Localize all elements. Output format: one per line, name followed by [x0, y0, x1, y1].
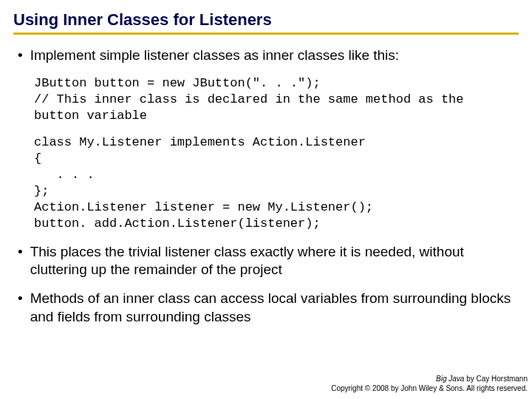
footer: Big Java by Cay Horstmann Copyright © 20…: [331, 374, 528, 393]
footer-line-1: Big Java by Cay Horstmann: [331, 374, 528, 383]
bullet-item: • Methods of an inner class can access l…: [13, 290, 519, 326]
bullet-dot: •: [18, 47, 23, 65]
bullet-item: • Implement simple listener classes as i…: [13, 47, 519, 65]
footer-copyright: Copyright © 2008 by John Wiley & Sons. A…: [331, 383, 528, 393]
author: by Cay Horstmann: [464, 375, 528, 383]
bullet-dot: •: [18, 243, 23, 262]
bullet-text: Methods of an inner class can access loc…: [30, 290, 519, 326]
bullet-text: This places the trivial listener class e…: [30, 243, 519, 279]
bullet-text: Implement simple listener classes as inn…: [30, 47, 519, 65]
bullet-item: • This places the trivial listener class…: [13, 243, 519, 279]
slide-title: Using Inner Classes for Listeners: [13, 10, 519, 35]
code-block-1: JButton button = new JButton(". . ."); /…: [34, 75, 519, 124]
book-title: Big Java: [436, 375, 464, 383]
slide: Using Inner Classes for Listeners • Impl…: [0, 0, 532, 326]
bullet-dot: •: [18, 290, 23, 308]
code-block-2: class My.Listener implements Action.List…: [34, 134, 519, 233]
